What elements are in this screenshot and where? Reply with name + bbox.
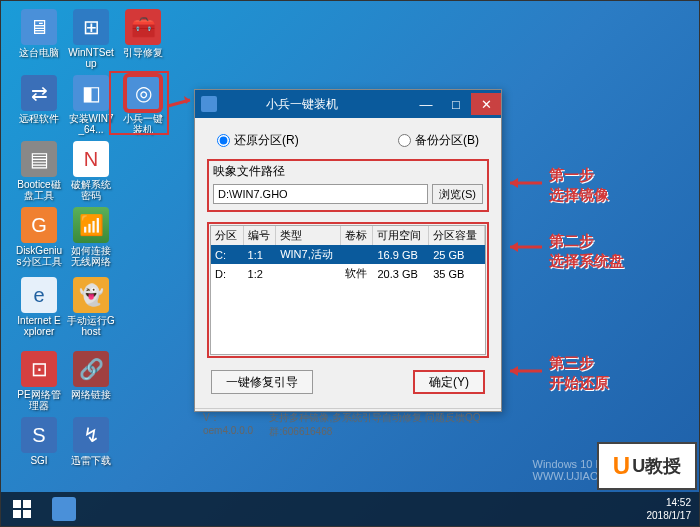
annotation-step1: 第一步 选择镜像 bbox=[549, 165, 609, 204]
icon-label: 如何连接无线网络 bbox=[67, 245, 115, 267]
icon-label: Internet Explorer bbox=[15, 315, 63, 337]
icon-glyph: e bbox=[21, 277, 57, 313]
backup-radio-label: 备份分区(B) bbox=[415, 132, 479, 149]
arrow-to-dialog bbox=[166, 96, 196, 116]
desktop-icon[interactable]: ⊞WinNTSetup bbox=[67, 9, 115, 69]
desktop-icon[interactable]: ⊡PE网络管理器 bbox=[15, 351, 63, 411]
table-cell: C: bbox=[211, 245, 243, 264]
icon-label: DiskGenius分区工具 bbox=[15, 245, 63, 267]
backup-radio[interactable]: 备份分区(B) bbox=[398, 132, 479, 149]
version-bar: V：oem4.0.0.0 支持多种镜像,多系统引导自动修复 问题反馈QQ群:60… bbox=[195, 408, 501, 441]
icon-glyph: ▤ bbox=[21, 141, 57, 177]
installer-dialog: 小兵一键装机 — □ ✕ 还原分区(R) 备份分区(B) 映象文件路径 浏览(S… bbox=[194, 89, 502, 412]
window-title: 小兵一键装机 bbox=[223, 96, 411, 113]
table-cell: WIN7,活动 bbox=[276, 245, 341, 264]
icon-label: 这台电脑 bbox=[15, 47, 63, 58]
icon-glyph: N bbox=[73, 141, 109, 177]
icon-label: Bootice磁盘工具 bbox=[15, 179, 63, 201]
ok-button[interactable]: 确定(Y) bbox=[413, 370, 485, 394]
table-cell: 25 GB bbox=[429, 245, 485, 264]
table-cell: 1:1 bbox=[243, 245, 276, 264]
icon-glyph: 🖥 bbox=[21, 9, 57, 45]
column-header[interactable]: 可用空间 bbox=[373, 226, 429, 245]
arrow-step2 bbox=[504, 241, 544, 253]
taskbar-app-icon[interactable] bbox=[44, 494, 84, 524]
annotation-step2: 第二步 选择系统盘 bbox=[549, 231, 624, 270]
icon-glyph: ↯ bbox=[73, 417, 109, 453]
table-cell: 1:2 bbox=[243, 264, 276, 283]
table-cell: 20.3 GB bbox=[373, 264, 429, 283]
icon-label: 网络链接 bbox=[67, 389, 115, 400]
desktop-icon[interactable]: 👻手动运行Ghost bbox=[67, 277, 115, 337]
desktop-icon[interactable]: 📶如何连接无线网络 bbox=[67, 207, 115, 267]
version-text: V：oem4.0.0.0 bbox=[203, 411, 257, 439]
taskbar: 14:52 2018/1/17 bbox=[1, 492, 699, 526]
desktop-icon[interactable]: 🔗网络链接 bbox=[67, 351, 115, 400]
table-cell: 16.9 GB bbox=[373, 245, 429, 264]
titlebar[interactable]: 小兵一键装机 — □ ✕ bbox=[195, 90, 501, 118]
icon-label: 安装WIN7_64... bbox=[67, 113, 115, 135]
desktop-icon[interactable]: eInternet Explorer bbox=[15, 277, 63, 337]
path-label: 映象文件路径 bbox=[213, 163, 483, 180]
icon-glyph: ◧ bbox=[73, 75, 109, 111]
icon-glyph: 🧰 bbox=[125, 9, 161, 45]
icon-glyph: 📶 bbox=[73, 207, 109, 243]
desktop-icon[interactable]: ↯迅雷下载 bbox=[67, 417, 115, 466]
partition-table[interactable]: 分区编号类型卷标可用空间分区容量 C:1:1WIN7,活动16.9 GB25 G… bbox=[211, 226, 485, 283]
icon-glyph: 🔗 bbox=[73, 351, 109, 387]
desktop-icon[interactable]: GDiskGenius分区工具 bbox=[15, 207, 63, 267]
icon-label: 远程软件 bbox=[15, 113, 63, 124]
desktop-icon[interactable]: ◧安装WIN7_64... bbox=[67, 75, 115, 135]
table-cell bbox=[276, 264, 341, 283]
annotation-step3: 第三步 开始还原 bbox=[549, 353, 609, 392]
icon-label: 手动运行Ghost bbox=[67, 315, 115, 337]
clock-date: 2018/1/17 bbox=[647, 509, 692, 522]
icon-label: SGI bbox=[15, 455, 63, 466]
desktop-icon[interactable]: 🧰引导修复 bbox=[119, 9, 167, 58]
system-tray[interactable]: 14:52 2018/1/17 bbox=[647, 496, 700, 522]
minimize-button[interactable]: — bbox=[411, 93, 441, 115]
image-path-input[interactable] bbox=[213, 184, 428, 204]
browse-button[interactable]: 浏览(S) bbox=[432, 184, 483, 204]
maximize-button[interactable]: □ bbox=[441, 93, 471, 115]
column-header[interactable]: 编号 bbox=[243, 226, 276, 245]
desktop-icon[interactable]: ⇄远程软件 bbox=[15, 75, 63, 124]
clock-time: 14:52 bbox=[647, 496, 692, 509]
column-header[interactable]: 类型 bbox=[276, 226, 341, 245]
backup-radio-input[interactable] bbox=[398, 134, 411, 147]
icon-label: 破解系统密码 bbox=[67, 179, 115, 201]
icon-glyph: 👻 bbox=[73, 277, 109, 313]
icon-glyph: S bbox=[21, 417, 57, 453]
desktop-icon[interactable]: SSGI bbox=[15, 417, 63, 466]
icon-glyph: ⊞ bbox=[73, 9, 109, 45]
icon-label: 引导修复 bbox=[119, 47, 167, 58]
restore-radio-input[interactable] bbox=[217, 134, 230, 147]
table-cell: 35 GB bbox=[429, 264, 485, 283]
table-row[interactable]: C:1:1WIN7,活动16.9 GB25 GB bbox=[211, 245, 485, 264]
image-path-section: 映象文件路径 浏览(S) bbox=[207, 159, 489, 212]
table-row[interactable]: D:1:2软件20.3 GB35 GB bbox=[211, 264, 485, 283]
version-tip: 支持多种镜像,多系统引导自动修复 问题反馈QQ群:606616468 bbox=[269, 411, 493, 439]
start-button[interactable] bbox=[1, 492, 43, 526]
desktop-icon[interactable]: 🖥这台电脑 bbox=[15, 9, 63, 58]
restore-radio-label: 还原分区(R) bbox=[234, 132, 299, 149]
desktop-icon[interactable]: ▤Bootice磁盘工具 bbox=[15, 141, 63, 201]
column-header[interactable]: 卷标 bbox=[340, 226, 373, 245]
icon-label: PE网络管理器 bbox=[15, 389, 63, 411]
desktop-icon-highlight bbox=[109, 71, 169, 135]
icon-glyph: G bbox=[21, 207, 57, 243]
icon-label: WinNTSetup bbox=[67, 47, 115, 69]
column-header[interactable]: 分区容量 bbox=[429, 226, 485, 245]
table-cell: 软件 bbox=[340, 264, 373, 283]
icon-glyph: ⊡ bbox=[21, 351, 57, 387]
table-cell: D: bbox=[211, 264, 243, 283]
desktop-icon[interactable]: N破解系统密码 bbox=[67, 141, 115, 201]
arrow-step3 bbox=[504, 365, 544, 377]
partition-table-section: 分区编号类型卷标可用空间分区容量 C:1:1WIN7,活动16.9 GB25 G… bbox=[207, 222, 489, 358]
restore-radio[interactable]: 还原分区(R) bbox=[217, 132, 299, 149]
arrow-step1 bbox=[504, 177, 544, 189]
close-button[interactable]: ✕ bbox=[471, 93, 501, 115]
icon-glyph: ⇄ bbox=[21, 75, 57, 111]
repair-boot-button[interactable]: 一键修复引导 bbox=[211, 370, 313, 394]
column-header[interactable]: 分区 bbox=[211, 226, 243, 245]
